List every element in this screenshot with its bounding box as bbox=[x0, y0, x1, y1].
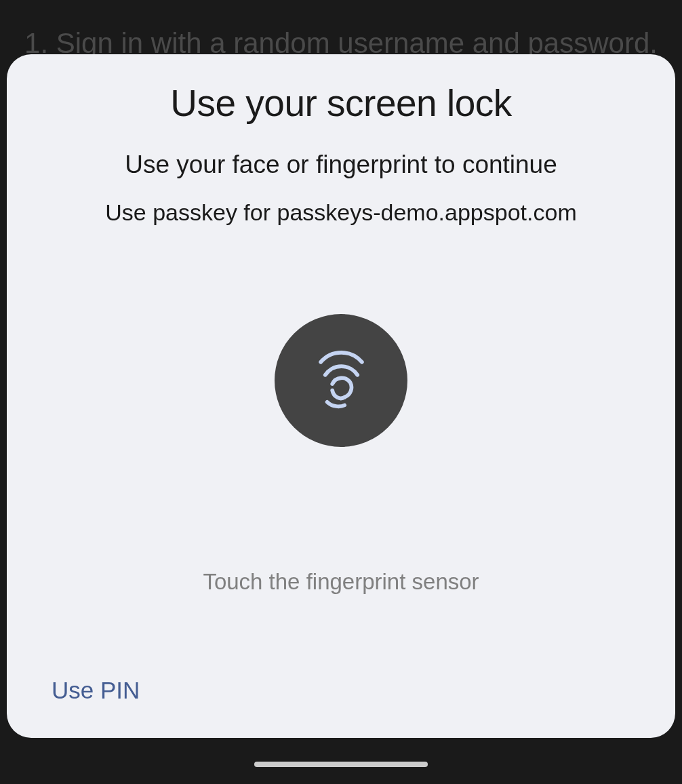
fingerprint-sensor[interactable] bbox=[275, 314, 407, 447]
navigation-handle[interactable] bbox=[254, 762, 428, 767]
fingerprint-icon bbox=[309, 344, 374, 418]
use-pin-button[interactable]: Use PIN bbox=[52, 677, 140, 704]
dialog-domain-text: Use passkey for passkeys-demo.appspot.co… bbox=[105, 199, 576, 226]
dialog-subtitle: Use your face or fingerprint to continue bbox=[125, 151, 557, 179]
dialog-title: Use your screen lock bbox=[170, 81, 512, 125]
fingerprint-hint: Touch the fingerprint sensor bbox=[203, 569, 479, 595]
biometric-dialog: Use your screen lock Use your face or fi… bbox=[7, 54, 675, 738]
